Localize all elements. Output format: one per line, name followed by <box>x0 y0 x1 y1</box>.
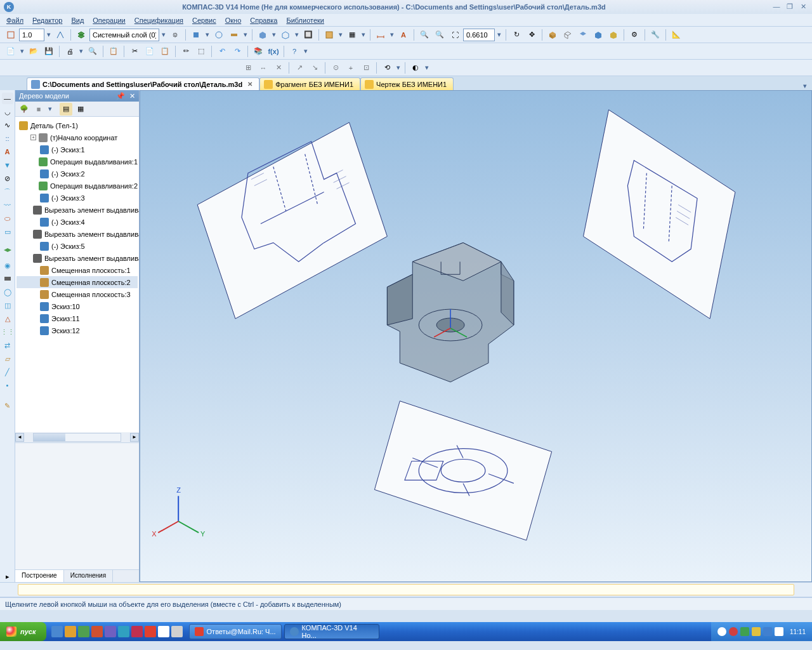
menu-file[interactable]: Файл <box>6 17 23 24</box>
dim-icon[interactable] <box>374 28 388 42</box>
scroll-right-icon[interactable]: ► <box>130 433 139 442</box>
dropdown-icon[interactable]: ▾ <box>204 30 211 39</box>
s5-icon[interactable]: ↘ <box>308 61 322 75</box>
lt-point-icon[interactable]: • <box>2 380 13 391</box>
dropdown-icon[interactable]: ▾ <box>19 47 25 55</box>
select-icon[interactable]: ⬚ <box>194 44 208 58</box>
doctab-detail[interactable]: C:\Documents and Settings\user\Рабочий с… <box>27 77 259 90</box>
pin-icon[interactable]: 📌 <box>116 92 125 100</box>
start-button[interactable]: пуск <box>0 622 46 641</box>
tree-item[interactable]: (-) Эскиз:4 <box>16 216 138 228</box>
expand-icon[interactable]: + <box>30 135 36 140</box>
dropdown-icon[interactable]: ▾ <box>395 63 402 72</box>
tool-b-icon[interactable] <box>212 28 226 42</box>
ql-app4-icon[interactable] <box>118 626 129 637</box>
lt-text-icon[interactable]: A <box>2 146 13 157</box>
paste-icon[interactable]: 📋 <box>158 44 172 58</box>
open-icon[interactable]: 📂 <box>27 44 41 58</box>
lt-hole-icon[interactable]: ◯ <box>2 286 13 298</box>
pan-icon[interactable]: ✥ <box>525 28 539 42</box>
tree-item[interactable]: Эскиз:12 <box>16 324 138 336</box>
lt-dot-icon[interactable]: :: <box>2 133 13 144</box>
misc1-icon[interactable]: ⚙ <box>627 28 641 42</box>
misc2-icon[interactable]: 🔧 <box>648 28 662 42</box>
tool-a-icon[interactable] <box>189 28 203 42</box>
tree-mode2-icon[interactable]: ≡ <box>32 103 45 116</box>
lt-arc-icon[interactable]: ◡ <box>2 106 13 117</box>
property-input[interactable] <box>18 584 794 595</box>
var-icon[interactable]: f(x) <box>266 44 280 58</box>
lt-shell-icon[interactable]: ◫ <box>2 300 13 311</box>
tree-item[interactable]: Эскиз:10 <box>16 300 138 312</box>
zoom-out-icon[interactable]: 🔍 <box>433 28 447 42</box>
s2-icon[interactable]: ↔ <box>256 61 270 75</box>
s4-icon[interactable]: ↗ <box>292 61 306 75</box>
tree-root[interactable]: Деталь (Тел-1) <box>16 119 138 131</box>
shade-icon[interactable] <box>256 28 270 42</box>
lt-extrude-icon[interactable] <box>2 246 13 258</box>
lt-ellipse-icon[interactable]: ⬭ <box>2 213 13 224</box>
scroll-left-icon[interactable]: ◄ <box>15 433 24 442</box>
tray-icon[interactable] <box>752 627 761 636</box>
menu-service[interactable]: Сервис <box>192 17 216 24</box>
lt-axis-icon[interactable]: ╱ <box>2 366 13 378</box>
cut-icon[interactable]: ✂ <box>128 44 141 58</box>
lt-revolve-icon[interactable]: ◉ <box>2 260 13 271</box>
dropdown-icon[interactable]: ▾ <box>78 47 84 55</box>
task-mail[interactable]: Ответы@Mail.Ru: Ч... <box>189 624 282 639</box>
tray-icon[interactable] <box>717 627 726 636</box>
task-kompas[interactable]: КОМПАС-3D V14 Ho... <box>284 624 379 639</box>
tree-tab-exec[interactable]: Исполнения <box>64 570 113 582</box>
cube2-icon[interactable] <box>561 28 575 42</box>
tree-item[interactable]: (-) Эскиз:3 <box>16 192 138 204</box>
props-icon[interactable]: 📋 <box>107 44 121 58</box>
tree-item[interactable]: Операция выдавливания:1 <box>16 156 138 168</box>
tree-item[interactable]: (-) Эскиз:5 <box>16 240 138 252</box>
tray-icon[interactable] <box>763 627 772 636</box>
lt-plane-icon[interactable]: ▱ <box>2 353 13 364</box>
s8-icon[interactable]: ⊡ <box>359 61 373 75</box>
cube3-icon[interactable] <box>576 28 590 42</box>
misc3-icon[interactable]: 📐 <box>669 28 683 42</box>
dropdown-icon[interactable]: ▾ <box>360 30 367 39</box>
tray-icon[interactable] <box>775 627 783 636</box>
ql-app6-icon[interactable] <box>145 626 156 637</box>
menu-help[interactable]: Справка <box>250 17 277 24</box>
tool-c-icon[interactable] <box>227 28 241 42</box>
tree-item[interactable]: Вырезать элемент выдавливания:2 <box>16 228 138 240</box>
section-icon[interactable] <box>322 28 336 42</box>
tree-item[interactable]: +(т)Начало координат <box>16 131 138 143</box>
cube5-icon[interactable] <box>606 28 620 42</box>
ql-app2-icon[interactable] <box>91 626 103 637</box>
lt-filter-icon[interactable]: ▼ <box>2 159 13 171</box>
menu-operations[interactable]: Операции <box>93 17 125 24</box>
tree-item[interactable]: Смещенная плоскость:1 <box>16 264 138 276</box>
layer-settings-icon[interactable]: ⛭ <box>168 28 182 42</box>
ql-explorer-icon[interactable] <box>65 626 76 637</box>
layer-dropdown[interactable]: ▾ <box>160 30 167 39</box>
tree-item[interactable]: Вырезать элемент выдавливания:3 <box>16 252 138 264</box>
close-button[interactable]: ✕ <box>798 3 808 11</box>
lt-line-icon[interactable]: — <box>2 93 13 104</box>
lt-mirror-icon[interactable]: ⇄ <box>2 340 13 351</box>
preview-icon[interactable]: 🔍 <box>86 44 100 58</box>
tree-body[interactable]: Деталь (Тел-1) +(т)Начало координат(-) Э… <box>15 117 139 432</box>
menu-window[interactable]: Окно <box>225 17 242 24</box>
dropdown-icon[interactable]: ▾ <box>47 105 53 113</box>
scroll-thumb[interactable] <box>34 434 65 441</box>
tray-icon[interactable] <box>740 627 749 636</box>
zoom-in-icon[interactable]: 🔍 <box>417 28 431 42</box>
lt-more-icon[interactable]: ▸ <box>2 571 13 582</box>
dropdown-icon[interactable]: ▾ <box>294 30 300 39</box>
clock[interactable]: 11:11 <box>790 628 806 635</box>
cube4-icon[interactable] <box>591 28 605 42</box>
tree-item[interactable]: Эскиз:11 <box>16 312 138 324</box>
ql-app5-icon[interactable] <box>131 626 143 637</box>
viewport-3d[interactable]: Z Y X <box>140 90 812 582</box>
scale-input[interactable] <box>19 29 44 41</box>
dropdown-icon[interactable]: ▾ <box>242 30 249 39</box>
zoom-dropdown[interactable]: ▾ <box>496 30 502 39</box>
ql-app7-icon[interactable] <box>158 626 169 637</box>
redo-icon[interactable]: ↷ <box>230 44 244 58</box>
menu-specification[interactable]: Спецификация <box>134 17 183 24</box>
